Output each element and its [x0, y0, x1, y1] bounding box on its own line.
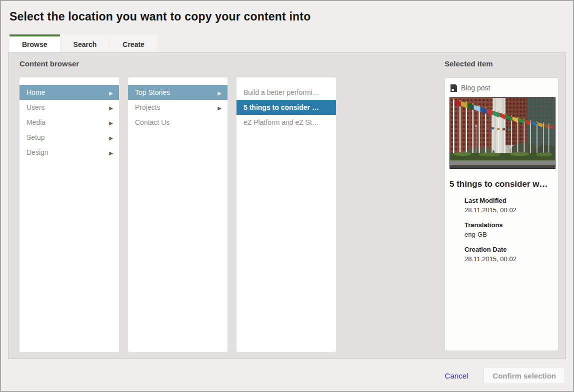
tree-item-label: Design	[26, 148, 48, 156]
tree-item-label: eZ Platform and eZ St…	[244, 118, 319, 126]
confirm-selection-button[interactable]: Confirm selection	[484, 367, 565, 384]
browser-column-3: Build a better performi… 5 things to con…	[236, 77, 336, 352]
tree-item-label: Media	[26, 118, 46, 126]
browser-column-1: Home Users Media Setup Design	[20, 77, 119, 352]
detail-label: Translations	[464, 221, 554, 229]
detail-value: 28.11.2015, 00:02	[464, 255, 554, 263]
tree-item-label: Projects	[135, 103, 160, 111]
triangle-right-icon	[218, 103, 222, 111]
tree-item-users[interactable]: Users	[20, 100, 119, 115]
tree-item-home[interactable]: Home	[20, 85, 119, 100]
detail-value: eng-GB	[464, 231, 554, 238]
dialog-actions: Cancel Confirm selection	[445, 367, 565, 384]
tree-item-label: Users	[26, 103, 45, 111]
triangle-right-icon	[109, 148, 113, 156]
tree-item-setup[interactable]: Setup	[20, 130, 119, 145]
selected-item-heading: Selected item	[444, 59, 493, 68]
selected-item-details: Last Modified 28.11.2015, 00:02 Translat…	[464, 197, 554, 263]
tree-item-label: Setup	[26, 133, 45, 141]
triangle-right-icon	[109, 103, 113, 111]
tree-item-label: Build a better performi…	[244, 88, 320, 96]
content-type-label: Blog post	[461, 84, 490, 92]
tree-item-contact-us[interactable]: Contact Us	[128, 115, 228, 130]
selected-item-title: 5 things to consider w…	[450, 179, 554, 189]
detail-label: Creation Date	[464, 246, 554, 253]
content-type-row: Blog post	[450, 84, 554, 92]
tree-item-ez-platform[interactable]: eZ Platform and eZ St…	[236, 115, 336, 130]
triangle-right-icon	[109, 88, 113, 96]
tab-create[interactable]: Create	[110, 34, 157, 52]
detail-value: 28.11.2015, 00:02	[464, 206, 554, 214]
tree-item-5-things[interactable]: 5 things to consider …	[236, 100, 336, 115]
tree-item-label: Home	[26, 88, 45, 96]
tree-item-label: 5 things to consider …	[244, 103, 319, 111]
tree-item-design[interactable]: Design	[20, 145, 119, 160]
tree-item-label: Top Stories	[135, 88, 170, 96]
copy-content-dialog: { "title": "Select the location you want…	[0, 0, 574, 392]
cancel-button[interactable]: Cancel	[445, 372, 468, 380]
browser-column-2: Top Stories Projects Contact Us	[128, 77, 228, 352]
document-icon	[450, 84, 458, 92]
selected-item-thumbnail	[450, 97, 556, 169]
content-browser-panel: Content browser Selected item Home Users…	[8, 52, 566, 359]
tab-search[interactable]: Search	[61, 34, 110, 52]
detail-label: Last Modified	[464, 197, 554, 204]
tab-browse[interactable]: Browse	[10, 34, 60, 52]
content-browser-heading: Content browser	[20, 59, 79, 68]
tree-item-label: Contact Us	[135, 118, 170, 126]
triangle-right-icon	[218, 88, 222, 96]
selected-item-card: Blog post	[444, 77, 558, 351]
tree-item-build-a-better[interactable]: Build a better performi…	[236, 85, 336, 100]
triangle-right-icon	[109, 118, 113, 126]
tree-item-media[interactable]: Media	[20, 115, 119, 130]
page-title: Select the location you want to copy you…	[10, 10, 310, 23]
tab-bar: Browse Search Create	[10, 34, 158, 52]
tree-item-projects[interactable]: Projects	[128, 100, 228, 115]
triangle-right-icon	[109, 133, 113, 141]
tree-item-top-stories[interactable]: Top Stories	[128, 85, 228, 100]
